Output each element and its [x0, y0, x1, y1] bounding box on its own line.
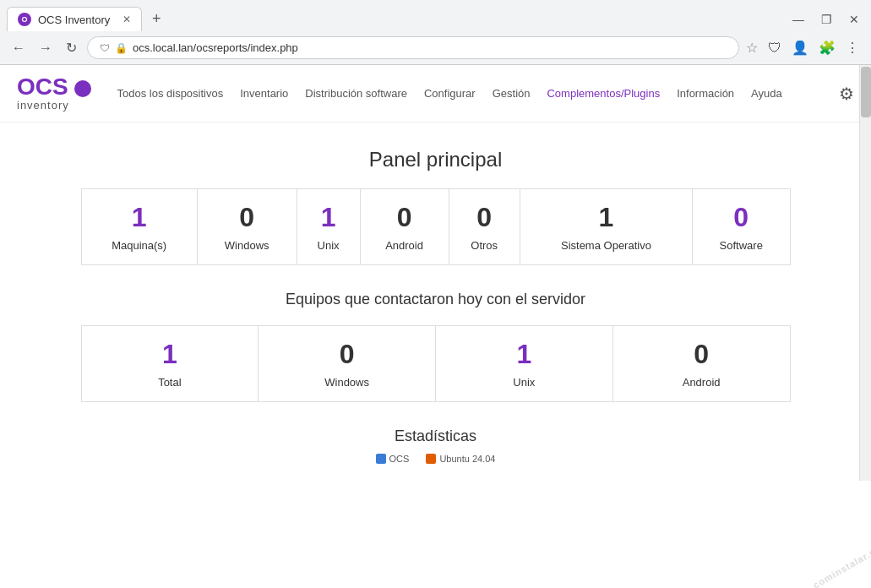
extensions-icon-btn[interactable]: 🧩	[815, 38, 839, 57]
stat-machines-label: Maquina(s)	[112, 239, 166, 252]
nav-inventory[interactable]: Inventario	[240, 87, 288, 100]
legend-ocs-label: OCS	[389, 454, 410, 464]
new-tab-button[interactable]: +	[145, 7, 168, 31]
stat-machines[interactable]: 1 Maquina(s)	[81, 189, 197, 265]
forward-button[interactable]: →	[35, 39, 56, 57]
close-window-button[interactable]: ✕	[844, 11, 864, 28]
contact-stats-row: 1 Total 0 Windows 1 Unix 0 Android	[81, 326, 790, 402]
stat-android[interactable]: 0 Android	[360, 189, 449, 265]
nav-plugins[interactable]: Complementos/Plugins	[547, 87, 660, 100]
minimize-button[interactable]: —	[787, 11, 809, 28]
bookmark-button[interactable]: ☆	[746, 40, 758, 56]
stat-unix-label: Unix	[318, 239, 340, 252]
contact-total-number: 1	[90, 339, 250, 370]
tab-bar: O OCS Inventory ✕ + — ❐ ✕	[0, 0, 871, 31]
logo-c: C	[35, 74, 52, 100]
stat-sistema-operativo[interactable]: 1 Sistema Operativo	[520, 189, 692, 265]
url-text: ocs.local.lan/ocsreports/index.php	[133, 41, 727, 54]
account-icon-btn[interactable]: 👤	[788, 38, 812, 57]
security-icon: 🛡	[100, 42, 110, 54]
contact-total-label: Total	[158, 376, 181, 389]
nav-configure[interactable]: Configurar	[424, 87, 476, 100]
address-bar: ← → ↻ 🛡 🔒 ocs.local.lan/ocsreports/index…	[0, 31, 871, 64]
contact-android-label: Android	[683, 376, 721, 389]
nav-information[interactable]: Información	[677, 87, 734, 100]
url-field[interactable]: 🛡 🔒 ocs.local.lan/ocsreports/index.php	[87, 36, 739, 59]
chart-legend: OCS Ubuntu 24.04	[81, 454, 791, 464]
estadisticas-title: Estadísticas	[81, 427, 791, 445]
stat-others[interactable]: 0 Otros	[449, 189, 520, 265]
stat-machines-number: 1	[90, 202, 188, 233]
tab-title: OCS Inventory	[38, 14, 110, 26]
nav-dist-software[interactable]: Distribución software	[305, 87, 407, 100]
logo-s: S	[52, 74, 68, 100]
legend-ubuntu-color	[426, 454, 436, 464]
stat-windows[interactable]: 0 Windows	[197, 189, 297, 265]
nav-all-devices[interactable]: Todos los dispositivos	[117, 87, 223, 100]
menu-icon-btn[interactable]: ⋮	[842, 38, 863, 57]
stat-unix-number: 1	[306, 202, 351, 233]
stat-windows-label: Windows	[225, 239, 269, 252]
contact-android[interactable]: 0 Android	[612, 326, 790, 402]
browser-right-icons: 🛡 👤 🧩 ⋮	[765, 38, 863, 57]
stat-unix[interactable]: 1 Unix	[297, 189, 360, 265]
legend-ubuntu-label: Ubuntu 24.04	[439, 454, 495, 464]
contact-windows[interactable]: 0 Windows	[259, 326, 436, 402]
scrollbar-thumb[interactable]	[861, 67, 871, 117]
panel-stats-row: 1 Maquina(s) 0 Windows 1 Unix 0 Android	[81, 189, 790, 265]
window-controls: — ❐ ✕	[787, 11, 864, 28]
browser-chrome: O OCS Inventory ✕ + — ❐ ✕ ← → ↻ 🛡 🔒 ocs.…	[0, 0, 871, 65]
stat-others-label: Otros	[471, 239, 498, 252]
panel-stats-table: 1 Maquina(s) 0 Windows 1 Unix 0 Android	[81, 188, 791, 265]
legend-ubuntu: Ubuntu 24.04	[426, 454, 495, 464]
restore-button[interactable]: ❐	[816, 11, 837, 28]
contact-unix[interactable]: 1 Unix	[436, 326, 613, 402]
refresh-button[interactable]: ↻	[63, 38, 80, 57]
back-button[interactable]: ←	[8, 39, 29, 57]
logo[interactable]: OCS inventory	[17, 75, 91, 112]
stat-software-label: Software	[720, 239, 763, 252]
main-body: Panel principal 1 Maquina(s) 0 Windows 1…	[47, 122, 825, 481]
legend-ocs-color	[376, 454, 386, 464]
contact-unix-label: Unix	[513, 376, 535, 389]
nav-gestion[interactable]: Gestión	[493, 87, 531, 100]
nav-help[interactable]: Ayuda	[751, 87, 782, 100]
settings-icon[interactable]: ⚙	[839, 84, 854, 104]
shield-icon-btn[interactable]: 🛡	[765, 39, 785, 57]
lock-icon: 🔒	[115, 42, 128, 54]
stat-sistema-operativo-number: 1	[529, 202, 683, 233]
stat-windows-number: 0	[206, 202, 288, 233]
active-tab[interactable]: O OCS Inventory ✕	[7, 7, 142, 31]
logo-ocs-text: OCS	[17, 75, 91, 99]
stat-android-label: Android	[385, 239, 423, 252]
stat-others-number: 0	[458, 202, 511, 233]
top-nav: OCS inventory Todos los dispositivos Inv…	[0, 65, 871, 122]
page-wrapper: OCS inventory Todos los dispositivos Inv…	[0, 65, 871, 481]
contact-total[interactable]: 1 Total	[81, 326, 259, 402]
contact-windows-label: Windows	[324, 376, 369, 389]
logo-o: O	[17, 74, 35, 100]
nav-links: Todos los dispositivos Inventario Distri…	[117, 87, 839, 100]
tab-close-button[interactable]: ✕	[122, 14, 131, 25]
page-content: OCS inventory Todos los dispositivos Inv…	[0, 65, 871, 481]
scrollbar[interactable]	[859, 65, 871, 481]
tab-favicon: O	[18, 13, 31, 26]
panel-title: Panel principal	[81, 148, 791, 172]
stat-sistema-operativo-label: Sistema Operativo	[561, 239, 651, 252]
stat-software-number: 0	[701, 202, 781, 233]
contact-windows-number: 0	[267, 339, 427, 370]
logo-inventory-text: inventory	[17, 99, 91, 112]
contact-unix-number: 1	[444, 339, 604, 370]
stat-software[interactable]: 0 Software	[693, 189, 790, 265]
legend-ocs: OCS	[376, 454, 410, 464]
contact-stats-table: 1 Total 0 Windows 1 Unix 0 Android	[81, 325, 791, 402]
stat-android-number: 0	[369, 202, 440, 233]
contact-title: Equipos que contactaron hoy con el servi…	[81, 291, 791, 308]
contact-android-number: 0	[622, 339, 781, 370]
